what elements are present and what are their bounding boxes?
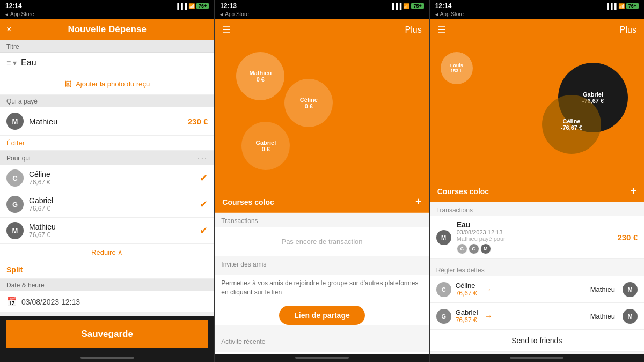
reduire-label: Réduire ∧ [91,248,123,256]
panel-courses-coloc-empty: 12:13 ▐▐▐ 📶 75+ ◂ App Store ☰ Plus Mathi… [214,0,429,362]
payer-initial: M [12,117,18,125]
activity-item-0: M 03/08/2023 12:13 Mathieu Grumiaux a aj… [215,352,429,354]
bubble-mathieu-amount: 0 € [257,76,265,83]
app-store-bar-p1: ◂ App Store [0,11,214,19]
signal-icon-p3: ▐▐▐ [605,3,616,9]
payer-avatar: M [6,113,24,130]
nouvelle-depense-body: Titre ≡ ▾ 🖼 Ajouter la photo du reçu Qui… [0,40,214,316]
save-section: Sauvegarde [0,316,214,354]
home-indicator-p2 [215,354,429,362]
save-button[interactable]: Sauvegarde [6,320,208,348]
share-button[interactable]: Lien de partage [279,306,364,325]
plus-label-p2[interactable]: Plus [405,25,422,35]
debt-to-gabriel: Mathieu [590,312,615,320]
debt-from-celine-amount: 76,67 € [456,290,477,297]
date-heure-header: Date & heure [0,279,214,291]
hamburger-icon[interactable]: ☰ [222,24,231,36]
mathieu-amount-p: 76,67 € [29,231,194,239]
hamburger-icon-p3[interactable]: ☰ [437,24,446,36]
app-store-bar-p2: ◂ App Store [215,11,429,19]
coloc-label-bar-p3: Courses coloc + [430,181,644,202]
activity-title: Activité récente [215,334,429,348]
p3-content: Transactions M Eau 03/08/2023 12:13 Math… [430,202,644,354]
participant-celine[interactable]: C Céline 76,67 € ✔ [0,165,214,191]
calendar-icon: 📅 [6,297,17,307]
date-heure-label: Date & heure [6,282,45,289]
panel-courses-coloc-data: 12:14 ▐▐▐ 📶 76+ ◂ App Store ☰ Plus Louis… [429,0,644,362]
participant-gabriel[interactable]: G Gabriel 76,67 € ✔ [0,191,214,218]
home-bar-p1 [80,357,134,359]
back-arrow-p1[interactable]: ◂ [5,11,8,17]
bubble-celine-name: Céline [300,97,318,103]
gabriel-check: ✔ [200,198,208,210]
app-store-label-p1: App Store [10,11,34,17]
bubble-mathieu-amount-p3: 153 L [450,68,463,73]
titre-label: Titre [6,43,19,50]
time-p2: 12:13 [220,2,237,10]
debt-from-celine-name: Céline [456,282,477,290]
transaction-amount: 230 € [617,233,638,242]
photo-row[interactable]: 🖼 Ajouter la photo du reçu [0,73,214,95]
bubble-area-p2: Mathieu 0 € Céline 0 € Gabriel 0 € [215,41,429,191]
reduire-link[interactable]: Réduire ∧ [0,244,214,261]
wifi-icon-p3: 📶 [618,3,625,9]
coloc-header-p3: ☰ Plus [430,19,644,41]
bubble-mathieu-p3[interactable]: Louis 153 L [441,52,473,84]
expense-name-input[interactable] [21,58,208,68]
editer-link[interactable]: Éditer [0,136,214,151]
pour-qui-options[interactable]: ··· [197,153,208,163]
header-title: Nouvelle Dépense [68,24,146,35]
close-button[interactable]: × [6,25,11,34]
pour-qui-label: Pour qui [6,154,31,162]
bubble-mathieu[interactable]: Mathieu 0 € [236,52,284,100]
bubble-gabriel[interactable]: Gabriel 0 € [241,122,290,170]
coloc-header-p2: ☰ Plus [215,19,429,41]
home-bar-p3 [510,357,564,359]
bubble-area-p3: Louis 153 L Gabriel -76,67 € Céline -76,… [430,41,644,181]
coloc-label-p2: Courses coloc [222,198,274,206]
avatar-celine: C [6,169,24,187]
bubble-celine[interactable]: Céline 0 € [284,79,333,127]
app-store-bar-p3: ◂ App Store [430,11,644,19]
battery-p3: 76+ [626,3,639,9]
invite-section: Permettez à vos amis de rejoindre le gro… [215,275,429,325]
coloc-add-btn-p2[interactable]: + [415,196,422,208]
arrow-icon-gabriel: → [485,312,493,321]
status-bar-p3: 12:14 ▐▐▐ 📶 76+ [430,0,644,11]
celine-info: Céline 76,67 € [29,170,194,186]
app-store-label-p2: App Store [225,11,248,17]
bubble-gabriel-name: Gabriel [255,139,276,146]
back-arrow-p3[interactable]: ◂ [435,11,438,17]
invite-desc: Permettez à vos amis de rejoindre le gro… [215,275,429,301]
participant-mathieu[interactable]: M Mathieu 76,67 € ✔ [0,218,214,244]
transaction-avatar: M [436,230,451,245]
back-arrow-p2[interactable]: ◂ [220,11,223,17]
mini-avatar-c: C [457,243,467,254]
mini-avatar-g: G [469,243,479,254]
app-store-label-p3: App Store [440,11,464,17]
bubble-celine-p3[interactable]: Céline -76,67 € [542,95,601,154]
date-value: 03/08/2023 12:13 [21,298,80,306]
send-friends[interactable]: Send to friends [430,330,644,352]
bubble-celine-amount: 0 € [305,103,313,109]
signal-icon-p2: ▐▐▐ [390,3,401,9]
photo-icon: 🖼 [64,80,71,88]
payer-row[interactable]: M Mathieu 230 € [0,107,214,136]
transaction-eau[interactable]: M Eau 03/08/2023 12:13 Mathieu payé pour… [430,216,644,259]
pour-qui-header: Pour qui ··· [0,151,214,165]
plus-label-p3[interactable]: Plus [620,25,636,35]
qui-a-paye-header: Qui a payé [0,95,214,107]
activity-section: M 03/08/2023 12:13 Mathieu Grumiaux a aj… [215,352,429,354]
photo-label: Ajouter la photo du reçu [76,80,150,88]
date-row[interactable]: 📅 03/08/2023 12:13 [0,291,214,312]
split-link[interactable]: Split [0,261,214,279]
bubble-mathieu-name-p3: Louis [450,63,463,68]
expense-name-row[interactable]: ≡ ▾ [0,53,214,73]
payer-name: Mathieu [29,117,182,126]
qui-a-paye-section: Qui a payé M Mathieu 230 € Éditer [0,95,214,151]
mathieu-check: ✔ [200,225,208,237]
time-p3: 12:14 [435,2,452,10]
panel-nouvelle-depense: 12:14 ▐▐▐ 📶 76+ ◂ App Store × Nouvelle D… [0,0,214,362]
home-bar-p2 [295,357,349,359]
coloc-add-btn-p3[interactable]: + [630,185,636,197]
